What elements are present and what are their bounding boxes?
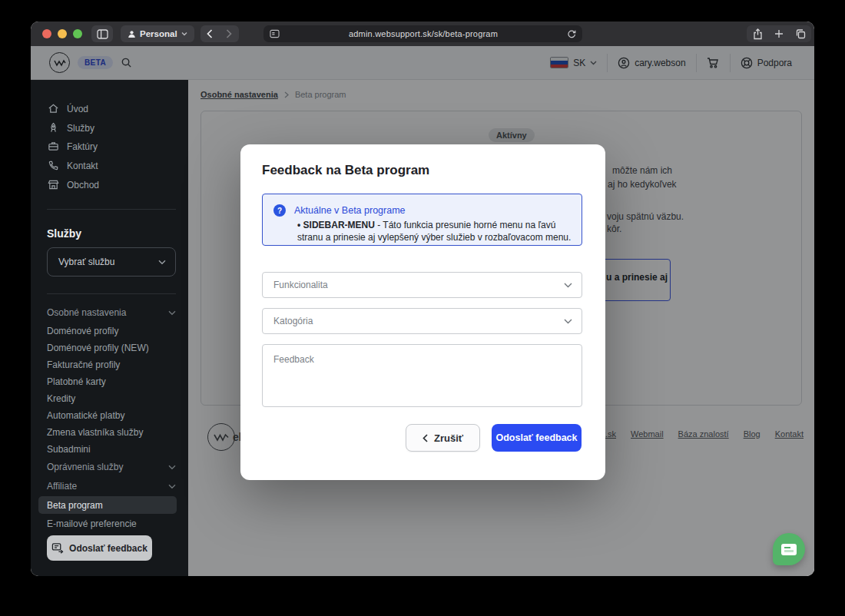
sidebar-item-label: Faktúry bbox=[67, 141, 98, 152]
feedback-modal: Feedback na Beta program ? Aktuálne v Be… bbox=[240, 144, 605, 480]
zoom-window-button[interactable] bbox=[73, 29, 82, 38]
feedback-textarea[interactable] bbox=[262, 344, 582, 407]
section-label: Osobné nastavenia bbox=[47, 307, 126, 318]
chevron-down-icon bbox=[168, 465, 176, 470]
sidebar-item-beta-program[interactable]: Beta program bbox=[38, 496, 177, 514]
home-icon bbox=[48, 103, 59, 114]
sidebar-item-sluzby[interactable]: Služby bbox=[48, 122, 94, 134]
forward-button[interactable] bbox=[220, 29, 239, 38]
sidebar-item-obchod[interactable]: Obchod bbox=[48, 179, 99, 190]
back-button[interactable] bbox=[200, 29, 220, 38]
sidebar-item-platobne-karty[interactable]: Platobné karty bbox=[47, 376, 106, 387]
phone-icon bbox=[48, 160, 59, 171]
cancel-button[interactable]: Zrušiť bbox=[406, 424, 480, 452]
service-select-value: Vybrať službu bbox=[58, 257, 114, 267]
services-heading: Služby bbox=[47, 227, 81, 240]
sidebar: Úvod Služby Faktúry Kontakt Obchod Služb… bbox=[31, 80, 188, 576]
sidebar-divider bbox=[47, 209, 176, 210]
beta-info-box: ? Aktuálne v Beta programe SIDEBAR-MENU … bbox=[262, 194, 582, 246]
chat-widget-button[interactable] bbox=[773, 533, 805, 565]
functionality-select-placeholder: Funkcionalita bbox=[273, 280, 328, 290]
chevron-down-icon bbox=[181, 31, 187, 36]
profile-user-icon bbox=[128, 30, 136, 38]
rocket-icon bbox=[48, 122, 59, 134]
browser-nav-buttons bbox=[200, 25, 239, 42]
url-bar[interactable]: admin.websupport.sk/sk/beta-program bbox=[263, 25, 582, 42]
sidebar-item-kontakt[interactable]: Kontakt bbox=[48, 160, 98, 171]
toolbar-right-buttons bbox=[747, 25, 811, 42]
sidebar-item-faktury[interactable]: Faktúry bbox=[48, 141, 98, 152]
info-heading: Aktuálne v Beta programe bbox=[294, 205, 406, 216]
sidebar-item-subadmini[interactable]: Subadmini bbox=[47, 444, 91, 455]
functionality-select[interactable]: Funkcionalita bbox=[262, 272, 582, 298]
category-select-placeholder: Katogória bbox=[273, 316, 313, 326]
sidebar-toggle-icon bbox=[97, 29, 108, 39]
sidebar-item-zmena-vlastnika[interactable]: Zmena vlastníka služby bbox=[47, 427, 143, 438]
sidebar-section-affiliate[interactable]: Affiliate bbox=[47, 481, 176, 492]
service-select[interactable]: Vybrať službu bbox=[47, 247, 176, 277]
section-label: Oprávnenia služby bbox=[47, 462, 123, 472]
profile-label: Personal bbox=[140, 29, 177, 38]
sidebar-item-label: Obchod bbox=[67, 180, 99, 190]
sidebar-divider bbox=[47, 293, 176, 294]
cancel-button-label: Zrušiť bbox=[434, 432, 463, 444]
minimize-window-button[interactable] bbox=[58, 29, 67, 38]
feedback-button-label: Odoslať feedback bbox=[69, 543, 147, 554]
new-tab-icon[interactable] bbox=[774, 29, 784, 38]
tab-overview-icon[interactable] bbox=[795, 28, 806, 39]
modal-title: Feedback na Beta program bbox=[262, 163, 429, 178]
browser-toolbar: Personal admin.websupport.sk/sk/beta-pro… bbox=[31, 22, 814, 46]
chat-bubble-icon bbox=[781, 544, 797, 555]
sidebar-item-automaticke-platby[interactable]: Automatické platby bbox=[47, 410, 124, 421]
storefront-icon bbox=[48, 179, 59, 190]
browser-sidebar-toggle-button[interactable] bbox=[91, 25, 113, 42]
sidebar-item-emailove-preferencie[interactable]: E-mailové preferencie bbox=[47, 518, 137, 529]
sidebar-item-domenove-profily-new[interactable]: Doménové profily (NEW) bbox=[47, 343, 149, 353]
url-text: admin.websupport.sk/sk/beta-program bbox=[280, 29, 567, 38]
question-icon: ? bbox=[273, 204, 286, 217]
traffic-lights bbox=[42, 29, 82, 38]
browser-profile-button[interactable]: Personal bbox=[121, 25, 194, 42]
sidebar-item-label: Služby bbox=[67, 123, 94, 134]
sidebar-section-opravnenia[interactable]: Oprávnenia služby bbox=[47, 462, 176, 472]
category-select[interactable]: Katogória bbox=[262, 308, 582, 334]
sidebar-item-uvod[interactable]: Úvod bbox=[48, 103, 88, 114]
site-settings-icon[interactable] bbox=[270, 29, 280, 38]
chevron-down-icon bbox=[168, 484, 176, 489]
chevron-left-icon bbox=[422, 434, 428, 442]
sidebar-feedback-button[interactable]: Odoslať feedback bbox=[47, 535, 152, 561]
chevron-down-icon bbox=[564, 283, 572, 288]
sidebar-item-fakturacne-profily[interactable]: Fakturačné profily bbox=[47, 359, 120, 370]
submit-feedback-button[interactable]: Odoslať feedback bbox=[492, 424, 582, 452]
modal-overlay bbox=[31, 46, 814, 80]
modal-buttons: Zrušiť Odoslať feedback bbox=[406, 424, 582, 452]
section-label: Affiliate bbox=[47, 481, 77, 492]
feedback-icon bbox=[51, 542, 64, 554]
share-icon[interactable] bbox=[753, 28, 763, 40]
sidebar-item-domenove-profily[interactable]: Doménové profily bbox=[47, 326, 118, 336]
chevron-down-icon bbox=[158, 260, 166, 265]
info-bullet: SIDEBAR-MENU - Táto funkcia presunie hor… bbox=[297, 219, 572, 243]
chevron-down-icon bbox=[564, 319, 572, 324]
close-window-button[interactable] bbox=[42, 29, 51, 38]
sidebar-section-personal[interactable]: Osobné nastavenia bbox=[47, 307, 176, 318]
reload-icon[interactable] bbox=[567, 29, 576, 38]
sidebar-item-label: Úvod bbox=[67, 104, 88, 114]
briefcase-icon bbox=[48, 141, 59, 152]
sidebar-item-kredity[interactable]: Kredity bbox=[47, 393, 75, 404]
browser-window: Personal admin.websupport.sk/sk/beta-pro… bbox=[31, 22, 814, 576]
chevron-down-icon bbox=[168, 310, 176, 316]
sidebar-item-label: Kontakt bbox=[67, 161, 98, 171]
feature-name: SIDEBAR-MENU bbox=[303, 220, 375, 230]
